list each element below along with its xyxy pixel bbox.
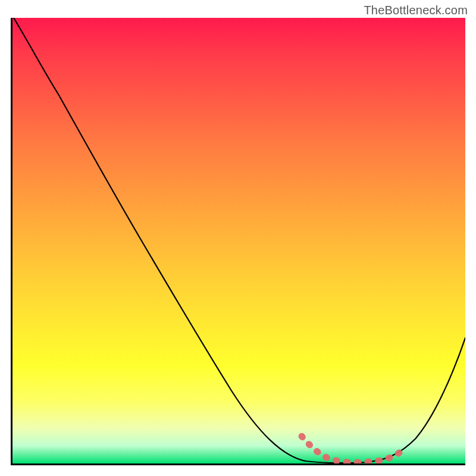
chart-container: TheBottleneck.com (0, 0, 476, 476)
gradient-background (12, 18, 465, 464)
plot-area (11, 18, 465, 465)
watermark-text: TheBottleneck.com (364, 4, 468, 17)
